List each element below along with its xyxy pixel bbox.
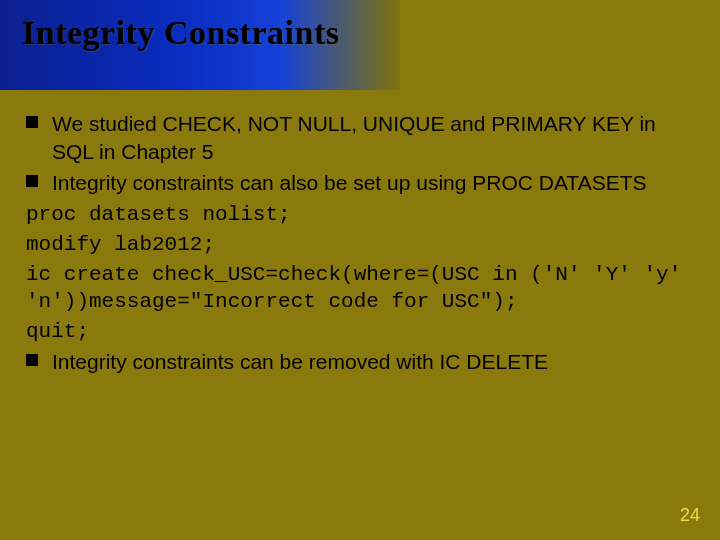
- page-number: 24: [680, 505, 700, 526]
- slide: Integrity Constraints We studied CHECK, …: [0, 0, 720, 540]
- bullet-item: Integrity constraints can also be set up…: [26, 169, 694, 197]
- bullet-text: Integrity constraints can also be set up…: [52, 171, 646, 194]
- bullet-square-icon: [26, 175, 38, 187]
- bullet-text: We studied CHECK, NOT NULL, UNIQUE and P…: [52, 112, 656, 163]
- bullet-item: We studied CHECK, NOT NULL, UNIQUE and P…: [26, 110, 694, 165]
- bullet-square-icon: [26, 354, 38, 366]
- code-line: proc datasets nolist;: [26, 201, 694, 229]
- code-line: quit;: [26, 318, 694, 346]
- slide-body: We studied CHECK, NOT NULL, UNIQUE and P…: [26, 110, 694, 379]
- bullet-text: Integrity constraints can be removed wit…: [52, 350, 548, 373]
- slide-title: Integrity Constraints: [22, 14, 339, 52]
- code-line: ic create check_USC=check(where=(USC in …: [26, 261, 694, 316]
- bullet-item: Integrity constraints can be removed wit…: [26, 348, 694, 376]
- bullet-square-icon: [26, 116, 38, 128]
- code-line: modify lab2012;: [26, 231, 694, 259]
